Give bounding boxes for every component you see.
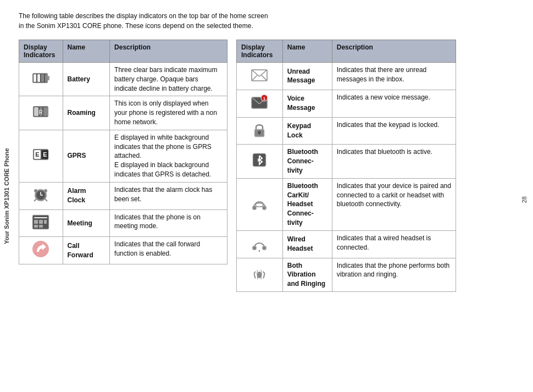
table-row: Wired Headset Indicates that a wired hea…: [237, 230, 456, 258]
left-table: Display Indicators Name Description Batt…: [19, 40, 227, 264]
table-row: Battery Three clear bars indicate maximu…: [19, 63, 227, 96]
svg-point-50: [262, 246, 266, 250]
intro-paragraph: The following table describes the displa…: [19, 11, 271, 31]
svg-point-46: [252, 206, 257, 210]
desc-cell: Indicates that a wired headset is connec…: [332, 230, 456, 258]
svg-text:1: 1: [263, 96, 266, 101]
svg-rect-2: [34, 74, 36, 82]
table-row: Unread Message Indicates that there are …: [237, 63, 456, 90]
desc-cell: Indicates that bluetooth is active.: [332, 145, 456, 178]
tables-row: Display Indicators Name Description Batt…: [19, 40, 528, 292]
main-content: The following table describes the displa…: [13, 0, 533, 392]
icon-cell: R: [19, 96, 63, 130]
svg-rect-1: [48, 76, 49, 80]
svg-rect-44: [259, 132, 260, 135]
table-row: Alarm Clock Indicates that the alarm clo…: [19, 182, 227, 209]
svg-point-52: [257, 272, 262, 278]
desc-cell: Three clear bars indicate maximum batter…: [110, 63, 227, 96]
name-cell: Keypad Lock: [282, 117, 332, 145]
right-col3-header: Description: [332, 40, 456, 63]
desc-cell: Indicates that the alarm clock has been …: [110, 182, 227, 209]
svg-text:R: R: [39, 109, 43, 115]
icon-cell: [19, 182, 63, 209]
table-row: 1 Voice Message Indicates a new voice me…: [237, 90, 456, 117]
icon-cell: 1: [237, 90, 283, 117]
svg-point-31: [32, 241, 49, 257]
svg-text:E: E: [36, 151, 40, 158]
table-row: BothVibrationand Ringing Indicates that …: [237, 258, 456, 291]
desc-cell: Indicates that the phone is on meeting m…: [110, 209, 227, 237]
icon-cell: [19, 209, 63, 237]
name-cell: BluetoothConnec-tivity: [282, 145, 332, 178]
sidebar-label: Your Sonim XP1301 CORE Phone: [0, 0, 13, 392]
icon-cell: [19, 63, 63, 96]
svg-rect-5: [45, 74, 48, 82]
name-cell: Meeting: [63, 209, 110, 237]
table-row: Keypad Lock Indicates that the keypad is…: [237, 117, 456, 145]
desc-cell: Indicates that the call forward function…: [110, 237, 227, 264]
svg-rect-26: [34, 220, 38, 224]
svg-point-49: [252, 246, 257, 250]
svg-rect-28: [44, 220, 47, 224]
svg-rect-29: [34, 225, 38, 228]
svg-point-21: [44, 189, 47, 192]
icon-cell: [237, 145, 283, 178]
table-row: BluetoothCarKit/HeadsetConnec-tivity Ind…: [237, 178, 456, 230]
desc-cell: E displayed in white background indicate…: [110, 130, 227, 182]
right-col1-header: Display Indicators: [237, 40, 283, 63]
name-cell: Alarm Clock: [63, 182, 110, 209]
desc-cell: Indicates that there are unread messages…: [332, 63, 456, 90]
icon-cell: [237, 63, 283, 90]
table-row: R Roaming This icon is only displayed wh…: [19, 96, 227, 130]
name-cell: Unread Message: [282, 63, 332, 90]
name-cell: Wired Headset: [282, 230, 332, 258]
svg-rect-30: [39, 225, 43, 228]
icon-cell: [237, 117, 283, 145]
name-cell: Roaming: [63, 96, 110, 130]
name-cell: Call Forward: [63, 237, 110, 264]
name-cell: GPRS: [63, 130, 110, 182]
icon-cell: [237, 258, 283, 291]
table-row: Call Forward Indicates that the call for…: [19, 237, 227, 264]
svg-point-47: [262, 206, 266, 210]
svg-rect-27: [39, 220, 43, 224]
desc-cell: Indicates that your device is paired and…: [332, 178, 456, 230]
svg-line-23: [45, 199, 47, 201]
svg-point-20: [34, 189, 37, 192]
table-row: E E GPRS E displayed in white background…: [19, 130, 227, 182]
svg-text:E: E: [43, 151, 47, 158]
right-col2-header: Name: [282, 40, 332, 63]
left-col3-header: Description: [110, 40, 227, 63]
page-number: 28: [521, 196, 528, 203]
name-cell: BothVibrationand Ringing: [282, 258, 332, 291]
svg-rect-25: [34, 217, 47, 218]
right-table: Display Indicators Name Description Unre…: [236, 40, 456, 292]
svg-rect-9: [43, 107, 48, 116]
name-cell: Battery: [63, 63, 110, 96]
name-cell: BluetoothCarKit/HeadsetConnec-tivity: [282, 178, 332, 230]
icon-cell: [237, 230, 283, 258]
table-row: BluetoothConnec-tivity Indicates that bl…: [237, 145, 456, 178]
name-cell: Voice Message: [282, 90, 332, 117]
left-col2-header: Name: [63, 40, 110, 63]
desc-cell: This icon is only displayed when your ph…: [110, 96, 227, 130]
table-row: Meeting Indicates that the phone is on m…: [19, 209, 227, 237]
icon-cell: E E: [19, 130, 63, 182]
desc-cell: Indicates that the phone performs both v…: [332, 258, 456, 291]
desc-cell: Indicates that the keypad is locked.: [332, 117, 456, 145]
svg-rect-4: [41, 74, 44, 82]
left-col1-header: Display Indicators: [19, 40, 63, 63]
icon-cell: [237, 178, 283, 230]
svg-rect-3: [37, 74, 40, 82]
icon-cell: [19, 237, 63, 264]
svg-line-22: [34, 199, 36, 201]
svg-rect-7: [34, 107, 38, 116]
desc-cell: Indicates a new voice message.: [332, 90, 456, 117]
